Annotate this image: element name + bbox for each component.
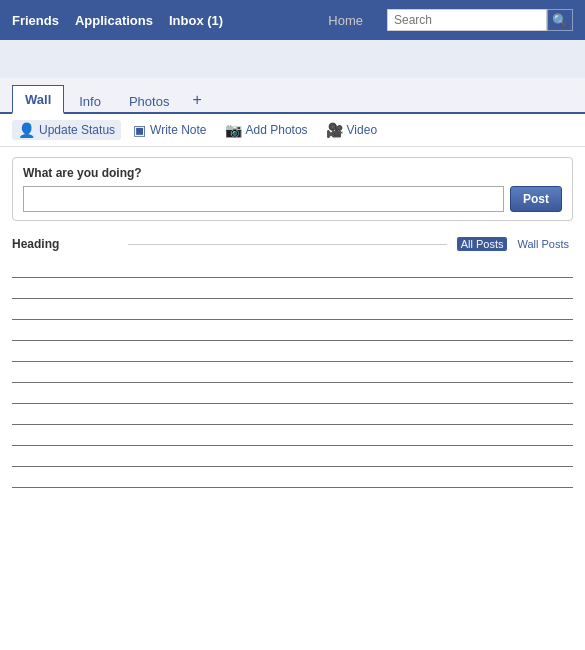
feed-line [12,340,573,341]
action-add-photos[interactable]: 📷 Add Photos [219,120,314,140]
action-write-note[interactable]: ▣ Write Note [127,120,212,140]
search-icon: 🔍 [552,13,568,28]
status-input[interactable] [23,186,504,212]
action-update-status[interactable]: 👤 Update Status [12,120,121,140]
filter-all-posts[interactable]: All Posts [457,237,508,251]
note-icon: ▣ [133,122,146,138]
feed-line [12,361,573,362]
status-input-row: Post [23,186,562,212]
feed-line [12,445,573,446]
feed-line [12,403,573,404]
action-row: 👤 Update Status ▣ Write Note 📷 Add Photo… [0,114,585,147]
user-icon: 👤 [18,122,35,138]
feed-line [12,382,573,383]
status-update-box: What are you doing? Post [12,157,573,221]
profile-header-area [0,40,585,78]
tab-wall[interactable]: Wall [12,85,64,114]
nav-home[interactable]: Home [328,13,363,28]
add-photos-label: Add Photos [246,123,308,137]
filter-buttons: All Posts Wall Posts [457,237,573,251]
write-note-label: Write Note [150,123,206,137]
filter-wall-posts[interactable]: Wall Posts [513,237,573,251]
tab-info[interactable]: Info [66,87,114,114]
search-bar: 🔍 [387,9,573,31]
video-label: Video [347,123,377,137]
feed-heading: Heading [12,237,118,251]
feed-lines [0,277,585,488]
update-status-label: Update Status [39,123,115,137]
photo-icon: 📷 [225,122,242,138]
navbar: Friends Applications Inbox (1) Home 🔍 [0,0,585,40]
tab-photos[interactable]: Photos [116,87,182,114]
nav-applications[interactable]: Applications [75,13,153,28]
search-input[interactable] [387,9,547,31]
feed-header: Heading All Posts Wall Posts [0,231,585,257]
feed-line [12,298,573,299]
feed-line [12,487,573,488]
status-question: What are you doing? [23,166,562,180]
action-video[interactable]: 🎥 Video [320,120,383,140]
feed-line [12,424,573,425]
feed-divider [128,244,447,245]
feed-line [12,466,573,467]
search-button[interactable]: 🔍 [547,9,573,31]
nav-inbox[interactable]: Inbox (1) [169,13,223,28]
nav-friends[interactable]: Friends [12,13,59,28]
post-button[interactable]: Post [510,186,562,212]
tabs-bar: Wall Info Photos + [0,78,585,114]
tab-add[interactable]: + [184,85,209,114]
feed-line [12,319,573,320]
feed-line [12,277,573,278]
video-icon: 🎥 [326,122,343,138]
